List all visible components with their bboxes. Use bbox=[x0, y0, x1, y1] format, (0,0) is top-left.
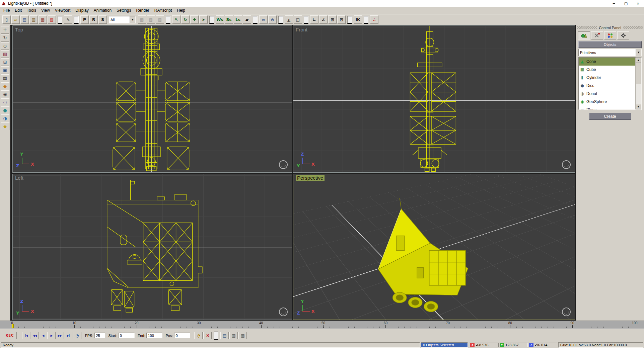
dropdown-arrow-icon[interactable]: ▼ bbox=[130, 16, 135, 23]
play-button[interactable]: ▶ bbox=[47, 332, 56, 339]
image-plane-button[interactable]: ▣ bbox=[1, 66, 9, 74]
prev-frame-button[interactable]: ◀ bbox=[39, 332, 47, 339]
tab-materials[interactable] bbox=[604, 31, 616, 39]
align-floor-button[interactable]: ∟ bbox=[310, 15, 318, 24]
menu-render[interactable]: Render bbox=[134, 7, 152, 13]
primitive-plane[interactable]: ▭ Plane bbox=[579, 106, 636, 109]
save-track-button[interactable]: ▥ bbox=[229, 332, 238, 339]
field-input[interactable] bbox=[146, 333, 162, 338]
export-button[interactable]: ▧ bbox=[48, 15, 56, 24]
pan-viewport-button[interactable]: ✛ bbox=[1, 26, 9, 34]
orbit-icon[interactable] bbox=[279, 308, 288, 316]
selection-filter-dropdown[interactable]: All ▼ bbox=[109, 16, 136, 23]
primitive-donut[interactable]: ◎ Donut bbox=[579, 90, 636, 98]
orbit-icon[interactable] bbox=[279, 160, 288, 169]
anim-prefs-button[interactable]: ◔ bbox=[73, 332, 81, 339]
primitive-cube[interactable]: ■ Cube bbox=[579, 66, 636, 74]
select-tool-button[interactable]: ↖ bbox=[172, 15, 181, 24]
close-button[interactable]: × bbox=[632, 0, 644, 7]
tab-modify[interactable] bbox=[591, 31, 603, 39]
menu-display[interactable]: Display bbox=[73, 7, 91, 13]
pan-tool-button[interactable]: ✚ bbox=[190, 15, 199, 24]
create-button[interactable]: Create bbox=[589, 113, 631, 120]
primitive-disc[interactable]: ● Disc bbox=[579, 82, 636, 90]
viewport-left[interactable]: Left Z Y X bbox=[12, 174, 292, 320]
scrollbar-thumb[interactable] bbox=[636, 63, 641, 84]
rotation-lock-button[interactable]: R bbox=[89, 15, 98, 24]
fit-view-button[interactable]: ⊞ bbox=[1, 58, 9, 66]
menu-file[interactable]: File bbox=[1, 7, 12, 13]
menu-tools[interactable]: Tools bbox=[24, 7, 39, 13]
viewport-front[interactable]: Front Z Y X bbox=[293, 25, 575, 173]
position-lock-button[interactable]: P bbox=[80, 15, 89, 24]
dropdown-arrow-icon[interactable]: ▼ bbox=[636, 49, 641, 56]
light-toggle-button[interactable]: ◆ bbox=[1, 122, 9, 130]
menu-help[interactable]: Help bbox=[174, 7, 188, 13]
axis-constraint-button[interactable]: ▰ bbox=[243, 15, 251, 24]
scale-lock-button[interactable]: S bbox=[98, 15, 107, 24]
field-input[interactable] bbox=[119, 333, 135, 338]
zoom-region-button[interactable]: ▧ bbox=[1, 50, 9, 58]
snap-percent-button[interactable]: ▨ bbox=[156, 15, 164, 24]
open-file-button[interactable]: ▱ bbox=[11, 15, 20, 24]
menu-animation[interactable]: Animation bbox=[91, 7, 114, 13]
pivot-box-button[interactable]: ⊡ bbox=[337, 15, 346, 24]
delete-keyframe-button[interactable]: ✖ bbox=[203, 332, 212, 339]
tab-create[interactable] bbox=[578, 31, 590, 39]
rotate-view-tool-button[interactable]: ↻ bbox=[181, 15, 190, 24]
save-copy-button[interactable]: ▥ bbox=[29, 15, 38, 24]
field-input[interactable] bbox=[94, 333, 105, 338]
camera-view-button[interactable]: ◉ bbox=[1, 90, 9, 98]
save-button[interactable]: ▤ bbox=[20, 15, 29, 24]
display-colors-button[interactable]: ∴ bbox=[370, 15, 378, 24]
go-end-button[interactable]: ▶| bbox=[64, 332, 72, 339]
snap-grid-button[interactable]: ▦ bbox=[138, 15, 146, 24]
primitive-geosphere[interactable]: ◉ GeoSphere bbox=[579, 98, 636, 106]
array-button[interactable]: ◫ bbox=[294, 15, 302, 24]
local-snap-button[interactable]: Ls bbox=[234, 15, 242, 24]
grid-toggle-button[interactable]: ▦ bbox=[1, 74, 9, 82]
textured-mode-button[interactable]: ◑ bbox=[1, 114, 9, 122]
pick-tool-button[interactable]: ➤ bbox=[199, 15, 208, 24]
current-frame-marker[interactable] bbox=[12, 324, 14, 328]
notes-button[interactable]: ✎ bbox=[64, 15, 72, 24]
orbit-icon[interactable] bbox=[562, 308, 571, 316]
bounding-box-button[interactable]: ⊞ bbox=[328, 15, 337, 24]
menu-rayscript[interactable]: RAYscript bbox=[152, 7, 174, 13]
world-snap-button[interactable]: Ws bbox=[216, 15, 224, 24]
shaded-mode-button[interactable]: ● bbox=[1, 106, 9, 114]
scroll-up-icon[interactable]: ▲ bbox=[636, 58, 641, 63]
maximize-button[interactable]: ▢ bbox=[620, 0, 632, 7]
tab-settings[interactable] bbox=[617, 31, 629, 39]
viewport-top[interactable]: Top Y Z X bbox=[12, 25, 292, 173]
zoom-viewport-button[interactable]: ⊙ bbox=[1, 42, 9, 50]
ik-button[interactable]: IK bbox=[354, 15, 362, 24]
timeline-ruler[interactable]: 0102030405060708090100 bbox=[0, 321, 644, 329]
align-angle-button[interactable]: ∠ bbox=[319, 15, 328, 24]
go-start-button[interactable]: |◀ bbox=[22, 332, 30, 339]
unlink-button[interactable]: ⊗ bbox=[268, 15, 277, 24]
minimize-button[interactable]: ─ bbox=[608, 0, 620, 7]
category-dropdown[interactable]: Primitives ▼ bbox=[578, 49, 642, 56]
film-preview-button[interactable]: ▦ bbox=[238, 332, 247, 339]
screen-snap-button[interactable]: Ss bbox=[225, 15, 233, 24]
mirror-button[interactable]: ◭ bbox=[285, 15, 293, 24]
field-input[interactable] bbox=[174, 333, 190, 338]
scroll-down-icon[interactable]: ▼ bbox=[636, 104, 641, 109]
orbit-icon[interactable] bbox=[562, 160, 571, 169]
menu-edit[interactable]: Edit bbox=[12, 7, 24, 13]
primitive-cylinder[interactable]: ▮ Cylinder bbox=[579, 74, 636, 82]
rec-button[interactable]: REC bbox=[3, 332, 17, 339]
orbit-viewport-button[interactable]: ↻ bbox=[1, 34, 9, 42]
import-button[interactable]: ▦ bbox=[39, 15, 47, 24]
menu-settings[interactable]: Settings bbox=[114, 7, 134, 13]
menu-viewport[interactable]: Viewport bbox=[53, 7, 73, 13]
material-editor-button[interactable]: ◆ bbox=[1, 82, 9, 90]
listbox-scrollbar[interactable]: ▲ ▼ bbox=[635, 58, 641, 109]
copy-track-button[interactable]: ▤ bbox=[220, 332, 229, 339]
new-file-button[interactable]: ▯ bbox=[2, 15, 11, 24]
menu-view[interactable]: View bbox=[39, 7, 53, 13]
link-button[interactable]: ∞ bbox=[259, 15, 268, 24]
snap-angle-button[interactable]: ▧ bbox=[147, 15, 155, 24]
wireframe-mode-button[interactable]: ◌ bbox=[1, 98, 9, 106]
